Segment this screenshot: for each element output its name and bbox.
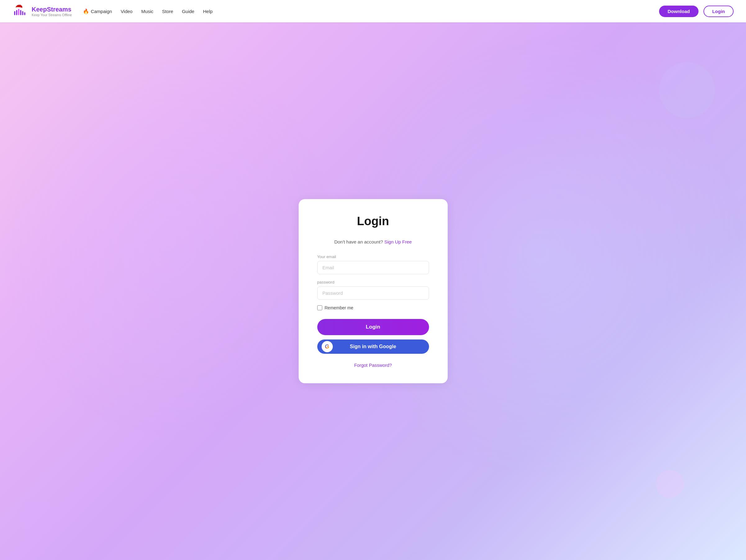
svg-point-1 [21,3,23,6]
nav-help[interactable]: Help [203,9,213,14]
download-button[interactable]: Download [659,6,699,17]
svg-rect-5 [20,10,22,15]
email-input[interactable] [317,261,429,274]
password-input[interactable] [317,286,429,300]
svg-rect-6 [22,11,23,15]
remember-label[interactable]: Remember me [325,305,353,310]
login-form: Your email password Remember me Login G … [317,254,429,354]
logo-link[interactable]: KeepStreams Keep Your Streams Offline [12,3,72,19]
navbar: KeepStreams Keep Your Streams Offline 🔥 … [0,0,746,22]
google-signin-button[interactable]: G Sign in with Google [317,339,429,354]
signup-prompt: Don't have an account? Sign Up Free [317,239,429,245]
google-g-icon: G [325,344,329,349]
logo-icon [12,3,29,19]
svg-rect-2 [14,11,16,15]
nav-campaign[interactable]: 🔥 Campaign [83,8,112,14]
login-nav-button[interactable]: Login [704,6,734,17]
nav-music[interactable]: Music [141,9,153,14]
svg-point-0 [14,7,22,9]
password-group: password [317,280,429,300]
brand-name: KeepStreams [32,6,72,13]
login-card: Login Don't have an account? Sign Up Fre… [299,199,448,383]
email-group: Your email [317,254,429,274]
remember-checkbox[interactable] [317,305,322,310]
svg-rect-7 [24,12,25,15]
forgot-password-link[interactable]: Forgot Password? [317,362,429,368]
signup-link[interactable]: Sign Up Free [384,239,412,245]
flame-icon: 🔥 [83,8,89,14]
remember-row: Remember me [317,305,429,310]
email-label: Your email [317,254,429,259]
svg-rect-3 [16,10,18,15]
nav-actions: Download Login [659,6,734,17]
nav-guide[interactable]: Guide [182,9,194,14]
logo-text-area: KeepStreams Keep Your Streams Offline [32,6,72,17]
login-submit-button[interactable]: Login [317,319,429,335]
main-content: Login Don't have an account? Sign Up Fre… [0,22,746,560]
nav-store[interactable]: Store [162,9,173,14]
login-title: Login [317,215,429,228]
google-icon-wrapper: G [322,341,333,352]
password-label: password [317,280,429,284]
nav-links: 🔥 Campaign Video Music Store Guide Help [83,8,659,14]
svg-rect-4 [18,9,19,15]
nav-video[interactable]: Video [121,9,133,14]
brand-tagline: Keep Your Streams Offline [32,13,72,17]
